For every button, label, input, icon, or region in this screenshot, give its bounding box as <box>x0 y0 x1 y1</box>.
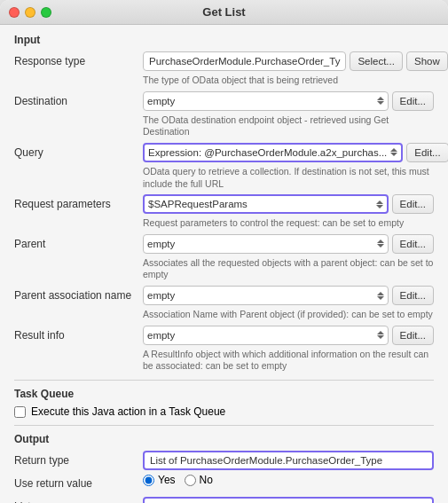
destination-select[interactable]: empty <box>143 91 389 111</box>
yes-radio-label: Yes <box>158 474 176 486</box>
return-type-value: List of PurchaseOrderModule.PurchaseOrde… <box>150 455 382 466</box>
parent-arrow-icon <box>377 240 384 248</box>
query-arrow-icon <box>390 148 397 156</box>
window-title: Get List <box>202 5 245 19</box>
request-params-label: Request parameters <box>14 194 143 210</box>
destination-controls: empty Edit... <box>143 91 434 111</box>
result-info-select[interactable]: empty <box>143 326 389 345</box>
response-type-hint: The type of OData object that is being r… <box>143 75 434 87</box>
parent-assoc-hint: Association Name with Parent object (if … <box>143 309 434 321</box>
result-info-hint: A ResultInfo object with which additiona… <box>143 349 434 373</box>
request-params-row: Request parameters $SAPRequestParams Edi… <box>14 194 434 216</box>
use-return-value-controls: Yes No <box>143 474 434 486</box>
parent-assoc-label: Parent association name <box>14 286 143 302</box>
no-radio-label: No <box>200 474 213 486</box>
return-type-box: List of PurchaseOrderModule.PurchaseOrde… <box>143 451 434 470</box>
result-info-edit-button[interactable]: Edit... <box>392 326 434 345</box>
use-return-value-row: Use return value Yes No <box>14 474 434 495</box>
request-params-select[interactable]: $SAPRequestParams <box>143 194 389 214</box>
query-controls: Expression: @PurchaseOrderModule.a2x_pur… <box>143 143 448 162</box>
parent-assoc-controls: empty Edit... <box>143 286 434 305</box>
no-radio-option[interactable]: No <box>185 474 213 486</box>
yes-radio-option[interactable]: Yes <box>143 474 176 486</box>
parent-value: empty <box>147 239 373 249</box>
dialog-content: Input Response type PurchaseOrderModule.… <box>0 25 448 503</box>
yes-radio[interactable] <box>143 475 154 486</box>
parent-select[interactable]: empty <box>143 234 389 254</box>
list-name-row: List name <box>14 497 434 503</box>
divider-2 <box>14 425 434 426</box>
parent-assoc-arrow-icon <box>377 292 384 300</box>
result-info-row: Result info empty Edit... <box>14 326 434 347</box>
list-name-controls <box>143 497 434 503</box>
titlebar: Get List <box>0 0 448 25</box>
destination-hint: The OData destination endpoint object - … <box>143 114 434 138</box>
parent-controls: empty Edit... <box>143 234 434 254</box>
output-section-label: Output <box>14 433 434 445</box>
response-type-row: Response type PurchaseOrderModule.Purcha… <box>14 51 434 73</box>
destination-value: empty <box>147 96 373 106</box>
request-params-controls: $SAPRequestParams Edit... <box>143 194 434 214</box>
task-queue-checkbox-label: Execute this Java action in a Task Queue <box>31 405 225 418</box>
query-row: Query Expression: @PurchaseOrderModule.a… <box>14 143 434 164</box>
response-type-show-button[interactable]: Show <box>406 51 448 71</box>
parent-hint: Associates all the requested objects wit… <box>143 257 434 281</box>
destination-label: Destination <box>14 91 143 107</box>
parent-assoc-select[interactable]: empty <box>143 286 389 305</box>
destination-row: Destination empty Edit... <box>14 91 434 113</box>
task-queue-label: Task Queue <box>14 388 434 400</box>
minimize-button[interactable] <box>25 7 35 18</box>
return-type-row: Return type List of PurchaseOrderModule.… <box>14 451 434 472</box>
response-type-select-button[interactable]: Select... <box>350 51 403 71</box>
use-return-value-radio-group: Yes No <box>143 474 213 486</box>
parent-assoc-value: empty <box>147 290 373 301</box>
task-queue-checkbox[interactable] <box>14 406 26 418</box>
result-info-controls: empty Edit... <box>143 326 434 345</box>
query-label: Query <box>14 143 143 159</box>
list-name-input[interactable] <box>143 497 434 503</box>
response-type-controls: PurchaseOrderModule.PurchaseOrder_Ty Sel… <box>143 51 448 71</box>
dialog-window: Get List Input Response type PurchaseOrd… <box>0 0 448 503</box>
request-params-edit-button[interactable]: Edit... <box>392 194 434 214</box>
request-params-value: $SAPRequestParams <box>148 199 373 209</box>
result-info-value: empty <box>147 330 373 341</box>
divider-1 <box>14 380 434 381</box>
no-radio[interactable] <box>185 475 196 486</box>
input-section-label: Input <box>14 34 434 46</box>
query-value: Expression: @PurchaseOrderModule.a2x_pur… <box>148 147 387 158</box>
use-return-value-label: Use return value <box>14 474 143 490</box>
return-type-label: Return type <box>14 451 143 467</box>
query-select[interactable]: Expression: @PurchaseOrderModule.a2x_pur… <box>143 143 403 162</box>
list-name-label: List name <box>14 497 143 503</box>
query-hint: OData query to retrieve a collection. If… <box>143 166 434 190</box>
parent-assoc-edit-button[interactable]: Edit... <box>392 286 434 305</box>
parent-label: Parent <box>14 234 143 250</box>
result-info-label: Result info <box>14 326 143 342</box>
response-type-field: PurchaseOrderModule.PurchaseOrder_Ty <box>143 51 346 71</box>
destination-edit-button[interactable]: Edit... <box>392 91 434 111</box>
task-queue-row: Execute this Java action in a Task Queue <box>14 405 434 418</box>
request-params-arrow-icon <box>376 200 383 208</box>
return-type-controls: List of PurchaseOrderModule.PurchaseOrde… <box>143 451 434 470</box>
titlebar-buttons <box>9 7 51 18</box>
query-edit-button[interactable]: Edit... <box>406 143 448 162</box>
destination-arrow-icon <box>377 97 384 105</box>
parent-assoc-row: Parent association name empty Edit... <box>14 286 434 307</box>
close-button[interactable] <box>9 7 20 18</box>
parent-edit-button[interactable]: Edit... <box>392 234 434 254</box>
request-params-hint: Request parameters to control the reques… <box>143 217 434 230</box>
maximize-button[interactable] <box>41 7 51 18</box>
result-info-arrow-icon <box>377 331 384 339</box>
parent-row: Parent empty Edit... <box>14 234 434 255</box>
response-type-label: Response type <box>14 51 143 67</box>
